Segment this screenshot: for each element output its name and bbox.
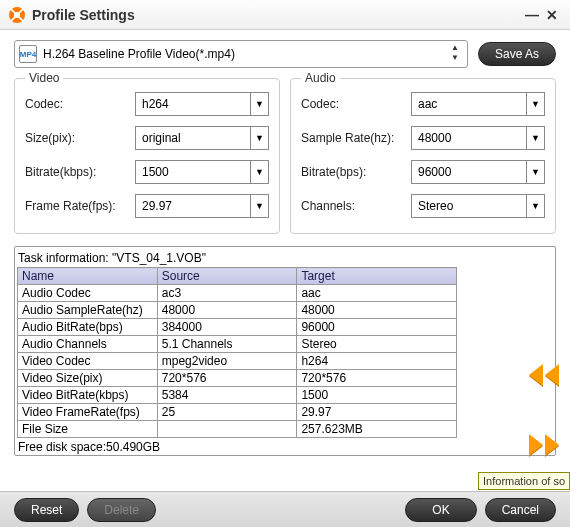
svg-marker-5 xyxy=(545,364,559,386)
cell-target: aac xyxy=(297,285,457,302)
cell-source: mpeg2video xyxy=(157,353,297,370)
chevron-down-icon: ▼ xyxy=(250,127,268,149)
cell-name: Audio Channels xyxy=(18,336,158,353)
video-title: Video xyxy=(25,71,63,85)
close-button[interactable]: ✕ xyxy=(542,5,562,25)
audio-panel: Audio Codec: aac▼ Sample Rate(hz): 48000… xyxy=(290,78,556,234)
svg-marker-7 xyxy=(545,434,559,456)
cell-target: 29.97 xyxy=(297,404,457,421)
cancel-button[interactable]: Cancel xyxy=(485,498,556,522)
cell-source: ac3 xyxy=(157,285,297,302)
chevron-down-icon: ▼ xyxy=(526,161,544,183)
audio-samplerate-select[interactable]: 48000▼ xyxy=(411,126,545,150)
cell-name: Audio Codec xyxy=(18,285,158,302)
table-row: Audio Channels5.1 ChannelsStereo xyxy=(18,336,457,353)
mp4-icon: MP4 xyxy=(19,45,37,63)
cell-target: 257.623MB xyxy=(297,421,457,438)
table-row: Audio Codecac3aac xyxy=(18,285,457,302)
chevron-down-icon: ▼ xyxy=(250,93,268,115)
cell-target: 1500 xyxy=(297,387,457,404)
save-as-button[interactable]: Save As xyxy=(478,42,556,66)
video-size-label: Size(pix): xyxy=(25,131,135,145)
profile-spin[interactable]: ▲▼ xyxy=(447,44,463,64)
audio-bitrate-select[interactable]: 96000▼ xyxy=(411,160,545,184)
cell-target: h264 xyxy=(297,353,457,370)
footer: Reset Delete OK Cancel xyxy=(0,491,570,527)
cell-source: 48000 xyxy=(157,302,297,319)
video-codec-value: h264 xyxy=(142,97,169,111)
audio-samplerate-label: Sample Rate(hz): xyxy=(301,131,411,145)
chevron-down-icon: ▼ xyxy=(250,161,268,183)
col-name: Name xyxy=(18,268,158,285)
window-title: Profile Settings xyxy=(32,7,522,23)
cell-source: 25 xyxy=(157,404,297,421)
video-size-value: original xyxy=(142,131,181,145)
cell-name: Video BitRate(kbps) xyxy=(18,387,158,404)
tooltip: Information of so xyxy=(478,472,570,490)
chevron-down-icon: ▼ xyxy=(526,195,544,217)
audio-channels-value: Stereo xyxy=(418,199,453,213)
video-bitrate-label: Bitrate(kbps): xyxy=(25,165,135,179)
table-row: Audio BitRate(bps)38400096000 xyxy=(18,319,457,336)
rewind-icon xyxy=(527,364,561,386)
next-button[interactable] xyxy=(524,430,564,460)
cell-source: 5384 xyxy=(157,387,297,404)
cell-name: File Size xyxy=(18,421,158,438)
forward-icon xyxy=(527,434,561,456)
audio-bitrate-value: 96000 xyxy=(418,165,451,179)
cell-source: 5.1 Channels xyxy=(157,336,297,353)
video-codec-label: Codec: xyxy=(25,97,135,111)
reset-button[interactable]: Reset xyxy=(14,498,79,522)
svg-marker-4 xyxy=(529,364,543,386)
cell-target: Stereo xyxy=(297,336,457,353)
task-table: Name Source Target Audio Codecac3aacAudi… xyxy=(17,267,457,438)
chevron-down-icon: ▼ xyxy=(526,93,544,115)
table-row: Video Codecmpeg2videoh264 xyxy=(18,353,457,370)
prev-button[interactable] xyxy=(524,360,564,390)
video-framerate-select[interactable]: 29.97▼ xyxy=(135,194,269,218)
video-bitrate-select[interactable]: 1500▼ xyxy=(135,160,269,184)
video-panel: Video Codec: h264▼ Size(pix): original▼ … xyxy=(14,78,280,234)
video-framerate-label: Frame Rate(fps): xyxy=(25,199,135,213)
ok-button[interactable]: OK xyxy=(405,498,476,522)
profile-select[interactable]: MP4 H.264 Baseline Profile Video(*.mp4) … xyxy=(14,40,468,68)
title-bar: Profile Settings — ✕ xyxy=(0,0,570,30)
free-disk-label: Free disk space:50.490GB xyxy=(17,438,553,456)
chevron-down-icon: ▼ xyxy=(250,195,268,217)
table-row: Video BitRate(kbps)53841500 xyxy=(18,387,457,404)
col-target: Target xyxy=(297,268,457,285)
cell-name: Video Codec xyxy=(18,353,158,370)
task-header: Task information: "VTS_04_1.VOB" xyxy=(17,249,553,267)
minimize-button[interactable]: — xyxy=(522,5,542,25)
table-header-row: Name Source Target xyxy=(18,268,457,285)
audio-title: Audio xyxy=(301,71,340,85)
task-info-box: Task information: "VTS_04_1.VOB" Name So… xyxy=(14,246,556,456)
chevron-down-icon: ▼ xyxy=(526,127,544,149)
cell-source: 720*576 xyxy=(157,370,297,387)
table-row: File Size257.623MB xyxy=(18,421,457,438)
cell-source xyxy=(157,421,297,438)
app-icon xyxy=(8,6,26,24)
video-bitrate-value: 1500 xyxy=(142,165,169,179)
audio-codec-select[interactable]: aac▼ xyxy=(411,92,545,116)
cell-target: 48000 xyxy=(297,302,457,319)
audio-channels-label: Channels: xyxy=(301,199,411,213)
table-row: Video FrameRate(fps)2529.97 xyxy=(18,404,457,421)
table-row: Video Size(pix)720*576720*576 xyxy=(18,370,457,387)
audio-bitrate-label: Bitrate(bps): xyxy=(301,165,411,179)
audio-codec-value: aac xyxy=(418,97,437,111)
col-source: Source xyxy=(157,268,297,285)
audio-codec-label: Codec: xyxy=(301,97,411,111)
delete-button: Delete xyxy=(87,498,156,522)
audio-channels-select[interactable]: Stereo▼ xyxy=(411,194,545,218)
video-size-select[interactable]: original▼ xyxy=(135,126,269,150)
profile-name: H.264 Baseline Profile Video(*.mp4) xyxy=(43,47,447,61)
cell-source: 384000 xyxy=(157,319,297,336)
table-row: Audio SampleRate(hz)4800048000 xyxy=(18,302,457,319)
cell-name: Audio BitRate(bps) xyxy=(18,319,158,336)
audio-samplerate-value: 48000 xyxy=(418,131,451,145)
video-codec-select[interactable]: h264▼ xyxy=(135,92,269,116)
cell-target: 96000 xyxy=(297,319,457,336)
video-framerate-value: 29.97 xyxy=(142,199,172,213)
cell-name: Video FrameRate(fps) xyxy=(18,404,158,421)
